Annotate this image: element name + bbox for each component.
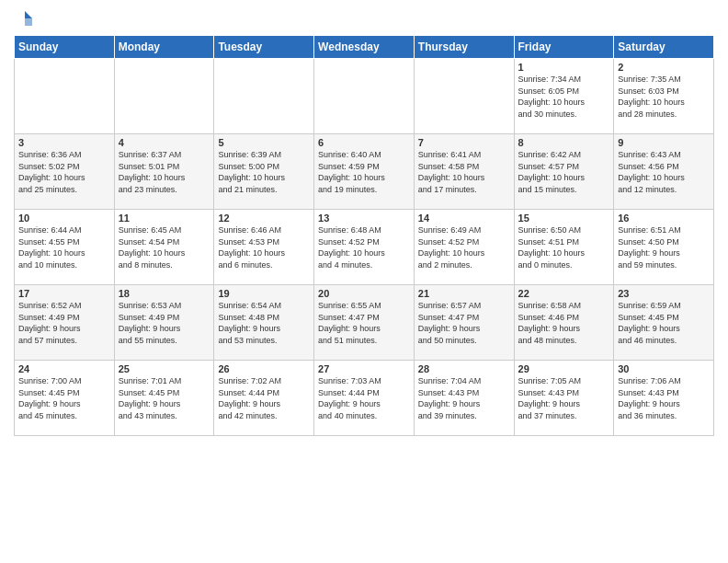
calendar-cell: 4Sunrise: 6:37 AM Sunset: 5:01 PM Daylig… [114, 134, 214, 210]
day-info: Sunrise: 6:44 AM Sunset: 4:55 PM Dayligh… [18, 224, 110, 270]
calendar-cell: 16Sunrise: 6:51 AM Sunset: 4:50 PM Dayli… [614, 210, 714, 285]
day-number: 1 [518, 62, 610, 73]
svg-marker-0 [25, 11, 32, 18]
day-info: Sunrise: 6:51 AM Sunset: 4:50 PM Dayligh… [618, 224, 710, 270]
calendar-week-row: 17Sunrise: 6:52 AM Sunset: 4:49 PM Dayli… [15, 285, 714, 361]
calendar-cell [114, 59, 214, 134]
day-info: Sunrise: 6:40 AM Sunset: 4:59 PM Dayligh… [318, 149, 410, 195]
weekday-header-monday: Monday [114, 36, 214, 59]
day-number: 13 [318, 213, 410, 224]
weekday-header-friday: Friday [514, 36, 614, 59]
day-info: Sunrise: 6:50 AM Sunset: 4:51 PM Dayligh… [518, 224, 610, 270]
day-number: 22 [518, 288, 610, 299]
calendar-cell: 23Sunrise: 6:59 AM Sunset: 4:45 PM Dayli… [614, 285, 714, 361]
day-number: 23 [618, 288, 710, 299]
calendar-week-row: 10Sunrise: 6:44 AM Sunset: 4:55 PM Dayli… [15, 210, 714, 285]
day-number: 4 [119, 137, 210, 148]
day-number: 28 [418, 363, 510, 374]
calendar-cell: 2Sunrise: 7:35 AM Sunset: 6:03 PM Daylig… [614, 59, 714, 134]
calendar-cell: 29Sunrise: 7:05 AM Sunset: 4:43 PM Dayli… [514, 361, 614, 436]
calendar-cell: 18Sunrise: 6:53 AM Sunset: 4:49 PM Dayli… [114, 285, 214, 361]
day-number: 6 [318, 137, 410, 148]
weekday-header-saturday: Saturday [614, 36, 714, 59]
calendar-cell: 26Sunrise: 7:02 AM Sunset: 4:44 PM Dayli… [214, 361, 314, 436]
weekday-header-tuesday: Tuesday [214, 36, 314, 59]
calendar-cell: 7Sunrise: 6:41 AM Sunset: 4:58 PM Daylig… [414, 134, 514, 210]
calendar-cell: 27Sunrise: 7:03 AM Sunset: 4:44 PM Dayli… [314, 361, 415, 436]
page-container: SundayMondayTuesdayWednesdayThursdayFrid… [0, 0, 728, 445]
day-info: Sunrise: 6:41 AM Sunset: 4:58 PM Dayligh… [418, 149, 510, 195]
weekday-header-thursday: Thursday [414, 36, 514, 59]
calendar-cell: 6Sunrise: 6:40 AM Sunset: 4:59 PM Daylig… [314, 134, 415, 210]
calendar-cell: 5Sunrise: 6:39 AM Sunset: 5:00 PM Daylig… [214, 134, 314, 210]
calendar-cell: 25Sunrise: 7:01 AM Sunset: 4:45 PM Dayli… [114, 361, 214, 436]
day-info: Sunrise: 6:57 AM Sunset: 4:47 PM Dayligh… [418, 300, 510, 346]
day-number: 2 [618, 62, 710, 73]
calendar-week-row: 1Sunrise: 7:34 AM Sunset: 6:05 PM Daylig… [15, 59, 714, 134]
day-number: 25 [119, 363, 210, 374]
day-info: Sunrise: 6:45 AM Sunset: 4:54 PM Dayligh… [119, 224, 210, 270]
day-number: 21 [418, 288, 510, 299]
calendar-cell: 28Sunrise: 7:04 AM Sunset: 4:43 PM Dayli… [414, 361, 514, 436]
logo [14, 9, 34, 28]
day-info: Sunrise: 7:04 AM Sunset: 4:43 PM Dayligh… [418, 375, 510, 421]
day-info: Sunrise: 7:03 AM Sunset: 4:44 PM Dayligh… [318, 375, 410, 421]
calendar-cell: 24Sunrise: 7:00 AM Sunset: 4:45 PM Dayli… [15, 361, 115, 436]
calendar-cell: 10Sunrise: 6:44 AM Sunset: 4:55 PM Dayli… [15, 210, 115, 285]
day-number: 20 [318, 288, 410, 299]
day-info: Sunrise: 6:58 AM Sunset: 4:46 PM Dayligh… [518, 300, 610, 346]
calendar-cell [314, 59, 415, 134]
day-info: Sunrise: 7:06 AM Sunset: 4:43 PM Dayligh… [618, 375, 710, 421]
day-number: 29 [518, 363, 610, 374]
calendar-week-row: 3Sunrise: 6:36 AM Sunset: 5:02 PM Daylig… [15, 134, 714, 210]
day-number: 9 [618, 137, 710, 148]
day-info: Sunrise: 6:52 AM Sunset: 4:49 PM Dayligh… [18, 300, 110, 346]
day-info: Sunrise: 6:36 AM Sunset: 5:02 PM Dayligh… [18, 149, 110, 195]
day-number: 30 [618, 363, 710, 374]
day-number: 10 [18, 213, 110, 224]
day-number: 8 [518, 137, 610, 148]
day-info: Sunrise: 6:55 AM Sunset: 4:47 PM Dayligh… [318, 300, 410, 346]
logo-icon [16, 9, 34, 28]
header [14, 9, 714, 28]
day-number: 5 [218, 137, 310, 148]
day-info: Sunrise: 6:59 AM Sunset: 4:45 PM Dayligh… [618, 300, 710, 346]
day-number: 18 [119, 288, 210, 299]
day-number: 27 [318, 363, 410, 374]
day-info: Sunrise: 6:37 AM Sunset: 5:01 PM Dayligh… [119, 149, 210, 195]
day-info: Sunrise: 7:02 AM Sunset: 4:44 PM Dayligh… [218, 375, 310, 421]
calendar-cell [414, 59, 514, 134]
calendar-cell: 14Sunrise: 6:49 AM Sunset: 4:52 PM Dayli… [414, 210, 514, 285]
calendar-cell: 1Sunrise: 7:34 AM Sunset: 6:05 PM Daylig… [514, 59, 614, 134]
day-info: Sunrise: 6:46 AM Sunset: 4:53 PM Dayligh… [218, 224, 310, 270]
day-number: 14 [418, 213, 510, 224]
day-info: Sunrise: 7:05 AM Sunset: 4:43 PM Dayligh… [518, 375, 610, 421]
calendar-cell: 19Sunrise: 6:54 AM Sunset: 4:48 PM Dayli… [214, 285, 314, 361]
day-number: 12 [218, 213, 310, 224]
svg-marker-1 [25, 18, 32, 26]
day-info: Sunrise: 6:43 AM Sunset: 4:56 PM Dayligh… [618, 149, 710, 195]
day-info: Sunrise: 6:42 AM Sunset: 4:57 PM Dayligh… [518, 149, 610, 195]
day-info: Sunrise: 7:00 AM Sunset: 4:45 PM Dayligh… [18, 375, 110, 421]
day-info: Sunrise: 7:35 AM Sunset: 6:03 PM Dayligh… [618, 74, 710, 120]
calendar-cell: 30Sunrise: 7:06 AM Sunset: 4:43 PM Dayli… [614, 361, 714, 436]
calendar-cell: 3Sunrise: 6:36 AM Sunset: 5:02 PM Daylig… [15, 134, 115, 210]
day-number: 16 [618, 213, 710, 224]
day-number: 24 [18, 363, 110, 374]
calendar-table: SundayMondayTuesdayWednesdayThursdayFrid… [14, 35, 714, 436]
day-info: Sunrise: 6:39 AM Sunset: 5:00 PM Dayligh… [218, 149, 310, 195]
calendar-cell: 22Sunrise: 6:58 AM Sunset: 4:46 PM Dayli… [514, 285, 614, 361]
day-number: 15 [518, 213, 610, 224]
weekday-header-row: SundayMondayTuesdayWednesdayThursdayFrid… [15, 36, 714, 59]
day-info: Sunrise: 6:48 AM Sunset: 4:52 PM Dayligh… [318, 224, 410, 270]
calendar-cell: 11Sunrise: 6:45 AM Sunset: 4:54 PM Dayli… [114, 210, 214, 285]
day-number: 19 [218, 288, 310, 299]
calendar-cell: 17Sunrise: 6:52 AM Sunset: 4:49 PM Dayli… [15, 285, 115, 361]
calendar-cell: 15Sunrise: 6:50 AM Sunset: 4:51 PM Dayli… [514, 210, 614, 285]
calendar-cell [15, 59, 115, 134]
day-info: Sunrise: 7:34 AM Sunset: 6:05 PM Dayligh… [518, 74, 610, 120]
day-number: 3 [18, 137, 110, 148]
day-info: Sunrise: 6:54 AM Sunset: 4:48 PM Dayligh… [218, 300, 310, 346]
calendar-week-row: 24Sunrise: 7:00 AM Sunset: 4:45 PM Dayli… [15, 361, 714, 436]
day-number: 17 [18, 288, 110, 299]
